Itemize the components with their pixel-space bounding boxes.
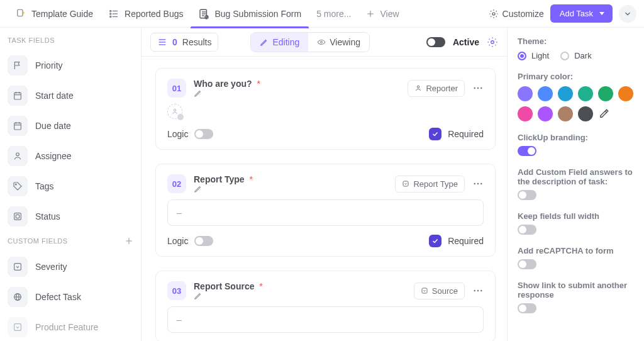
- branding-toggle[interactable]: [518, 146, 536, 156]
- sidebar-item-status[interactable]: Status: [0, 201, 141, 232]
- svg-point-49: [474, 290, 475, 291]
- gear-icon: [489, 9, 499, 19]
- add-view[interactable]: View: [358, 0, 406, 28]
- question-card[interactable]: 03 Report Source * Source –: [155, 271, 496, 341]
- more-icon[interactable]: [472, 178, 484, 189]
- required-checkbox[interactable]: [429, 235, 441, 247]
- eyedropper-icon[interactable]: [598, 106, 609, 121]
- sidebar-item-defect-task[interactable]: Defect Task: [0, 282, 141, 312]
- theme-light-radio[interactable]: Light: [518, 51, 549, 60]
- tab-bug-submission-form[interactable]: Bug Submission Form: [191, 0, 309, 28]
- gear-icon[interactable]: [487, 36, 498, 48]
- color-swatch[interactable]: [558, 86, 573, 101]
- add-task-button[interactable]: Add Task: [550, 4, 613, 23]
- color-swatch[interactable]: [538, 86, 553, 101]
- tab-reported-bugs[interactable]: Reported Bugs: [101, 0, 191, 28]
- tab-template-guide[interactable]: Template Guide: [8, 0, 101, 28]
- value-input[interactable]: –: [167, 199, 484, 226]
- svg-point-14: [492, 13, 495, 15]
- more-icon[interactable]: [472, 285, 484, 296]
- sidebar-item-due-date[interactable]: Due date: [0, 111, 141, 141]
- sidebar-item-start-date[interactable]: Start date: [0, 81, 141, 111]
- question-card[interactable]: 02 Report Type * Report Type: [155, 164, 496, 257]
- question-title: Report Type: [194, 174, 245, 184]
- sidebar-item-product-feature[interactable]: Product Feature: [0, 312, 141, 341]
- color-swatch[interactable]: [518, 86, 533, 101]
- active-toggle[interactable]: [426, 37, 445, 47]
- radio-label: Light: [531, 51, 549, 60]
- workspace: 0 Results Editing Viewing Active: [142, 28, 507, 341]
- user-avatar[interactable]: [619, 5, 636, 23]
- mode-switch: Editing Viewing: [250, 32, 370, 52]
- svg-rect-15: [14, 92, 21, 99]
- field-type-label: Reporter: [426, 84, 458, 93]
- color-swatch[interactable]: [618, 86, 633, 101]
- recaptcha-toggle[interactable]: [518, 259, 536, 269]
- plus-icon: [366, 9, 375, 18]
- field-type-pill[interactable]: Report Type: [395, 176, 465, 193]
- sparkle-doc-icon: [15, 8, 26, 20]
- svg-rect-25: [14, 213, 21, 220]
- assignee-placeholder[interactable]: [167, 104, 182, 119]
- pencil-icon: [260, 38, 269, 47]
- another-toggle[interactable]: [518, 303, 536, 313]
- value-input[interactable]: –: [167, 306, 484, 333]
- editing-tab[interactable]: Editing: [251, 33, 308, 52]
- sidebar-item-label: Severity: [35, 262, 67, 272]
- svg-rect-33: [14, 324, 21, 331]
- pencil-icon[interactable]: [194, 291, 265, 300]
- required-asterisk: *: [250, 174, 253, 184]
- svg-point-1: [110, 10, 111, 11]
- svg-point-47: [480, 183, 482, 184]
- svg-point-43: [174, 109, 176, 111]
- svg-point-40: [474, 87, 475, 89]
- color-swatch[interactable]: [578, 106, 593, 121]
- pencil-icon[interactable]: [194, 184, 255, 193]
- color-swatch[interactable]: [538, 106, 553, 121]
- color-swatch[interactable]: [578, 86, 593, 101]
- more-tabs[interactable]: 5 more...: [309, 0, 358, 28]
- fullwidth-heading: Keep fields full width: [518, 211, 634, 221]
- svg-point-42: [480, 87, 482, 89]
- sidebar-section-task-fields: TASK FIELDS: [0, 36, 141, 50]
- sidebar-section-label: TASK FIELDS: [8, 36, 55, 44]
- eye-icon: [317, 38, 326, 47]
- desc-toggle[interactable]: [518, 190, 536, 200]
- theme-dark-radio[interactable]: Dark: [560, 51, 591, 60]
- field-type-pill[interactable]: Source: [414, 282, 465, 299]
- question-card[interactable]: 01 Who are you? * Reporter: [155, 68, 496, 150]
- top-tabs-bar: Template Guide Reported Bugs Bug Submiss…: [0, 0, 644, 28]
- calendar-icon: [8, 116, 28, 136]
- logic-toggle[interactable]: [194, 129, 213, 139]
- color-swatch[interactable]: [518, 106, 533, 121]
- svg-point-23: [16, 153, 19, 156]
- list-icon: [157, 37, 167, 47]
- svg-point-39: [418, 86, 420, 88]
- required-checkbox[interactable]: [429, 128, 441, 140]
- results-button[interactable]: 0 Results: [150, 33, 218, 52]
- question-number: 03: [167, 281, 186, 300]
- color-swatch[interactable]: [598, 86, 613, 101]
- dropdown-icon: [421, 287, 428, 294]
- sidebar-item-priority[interactable]: Priority: [0, 50, 141, 81]
- sidebar-item-label: Status: [35, 211, 60, 221]
- sidebar-item-tags[interactable]: Tags: [0, 171, 141, 201]
- pencil-icon[interactable]: [194, 89, 263, 98]
- sidebar-item-assignee[interactable]: Assignee: [0, 141, 141, 171]
- flag-icon: [8, 55, 28, 75]
- plus-icon[interactable]: [125, 237, 133, 245]
- another-heading: Show link to submit another response: [518, 281, 634, 299]
- logic-toggle[interactable]: [194, 236, 213, 246]
- sidebar-item-severity[interactable]: Severity: [0, 252, 141, 282]
- more-icon[interactable]: [472, 82, 484, 94]
- field-type-pill[interactable]: Reporter: [408, 80, 465, 97]
- svg-point-51: [480, 290, 482, 291]
- dropdown-icon: [8, 317, 28, 337]
- sidebar-section-custom-fields: CUSTOM FIELDS: [0, 237, 141, 252]
- color-swatch[interactable]: [558, 106, 573, 121]
- customize-button[interactable]: Customize: [489, 9, 544, 19]
- add-view-label: View: [380, 9, 399, 19]
- fullwidth-toggle[interactable]: [518, 225, 536, 235]
- svg-point-46: [477, 183, 479, 184]
- viewing-tab[interactable]: Viewing: [308, 33, 369, 52]
